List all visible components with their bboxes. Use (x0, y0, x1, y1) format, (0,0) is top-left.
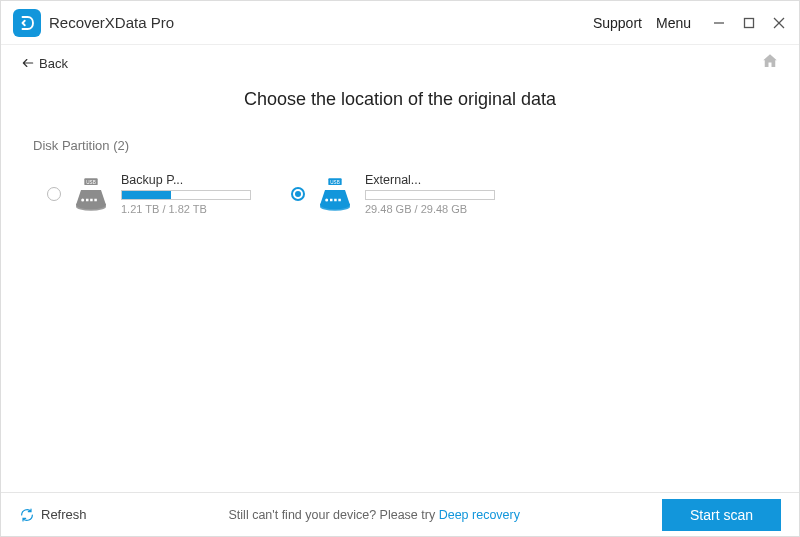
svg-point-16 (325, 199, 328, 202)
svg-point-8 (81, 199, 84, 202)
svg-rect-10 (90, 199, 93, 202)
svg-rect-9 (86, 199, 89, 202)
hint-text: Still can't find your device? Please try (229, 508, 439, 522)
refresh-icon (19, 507, 35, 523)
main-content: Choose the location of the original data… (1, 81, 799, 492)
svg-text:USB: USB (330, 180, 339, 185)
app-logo (13, 9, 41, 37)
window-controls (711, 15, 787, 31)
home-button[interactable] (761, 52, 779, 74)
close-button[interactable] (771, 15, 787, 31)
svg-rect-18 (334, 199, 337, 202)
drive-info: External... 29.48 GB / 29.48 GB (365, 173, 495, 215)
drive-name: Backup P... (121, 173, 251, 187)
partition-radio[interactable] (291, 187, 305, 201)
svg-text:USB: USB (86, 180, 95, 185)
drive-usage-fill (122, 191, 171, 199)
partition-item[interactable]: USB External... 29.48 GB / 29.48 GB (291, 173, 495, 219)
svg-point-7 (76, 203, 106, 211)
app-title: RecoverXData Pro (49, 14, 174, 31)
section-label: Disk Partition (2) (33, 138, 771, 153)
page-heading: Choose the location of the original data (29, 89, 771, 110)
deep-recovery-link[interactable]: Deep recovery (439, 508, 520, 522)
back-label: Back (39, 56, 68, 71)
partition-list: USB Backup P... 1.21 TB / 1.82 TB USB Ex… (47, 173, 771, 219)
menu-link[interactable]: Menu (656, 15, 691, 31)
arrow-left-icon (21, 56, 35, 70)
maximize-button[interactable] (741, 15, 757, 31)
start-scan-button[interactable]: Start scan (662, 499, 781, 531)
svg-rect-19 (338, 199, 341, 202)
sub-navbar: Back (1, 45, 799, 81)
drive-usage-bar (365, 190, 495, 200)
drive-size: 29.48 GB / 29.48 GB (365, 203, 495, 215)
refresh-label: Refresh (41, 507, 87, 522)
footer: Refresh Still can't find your device? Pl… (1, 492, 799, 536)
drive-size: 1.21 TB / 1.82 TB (121, 203, 251, 215)
drive-name: External... (365, 173, 495, 187)
footer-hint: Still can't find your device? Please try… (87, 508, 662, 522)
back-button[interactable]: Back (21, 56, 68, 71)
support-link[interactable]: Support (593, 15, 642, 31)
usb-drive-icon: USB (315, 175, 355, 215)
drive-usage-bar (121, 190, 251, 200)
refresh-button[interactable]: Refresh (19, 507, 87, 523)
usb-drive-icon: USB (71, 175, 111, 215)
drive-info: Backup P... 1.21 TB / 1.82 TB (121, 173, 251, 215)
titlebar: RecoverXData Pro Support Menu (1, 1, 799, 45)
partition-radio[interactable] (47, 187, 61, 201)
svg-rect-17 (330, 199, 333, 202)
svg-rect-11 (94, 199, 97, 202)
partition-item[interactable]: USB Backup P... 1.21 TB / 1.82 TB (47, 173, 251, 219)
svg-rect-1 (745, 18, 754, 27)
home-icon (761, 52, 779, 70)
svg-point-15 (320, 203, 350, 211)
minimize-button[interactable] (711, 15, 727, 31)
